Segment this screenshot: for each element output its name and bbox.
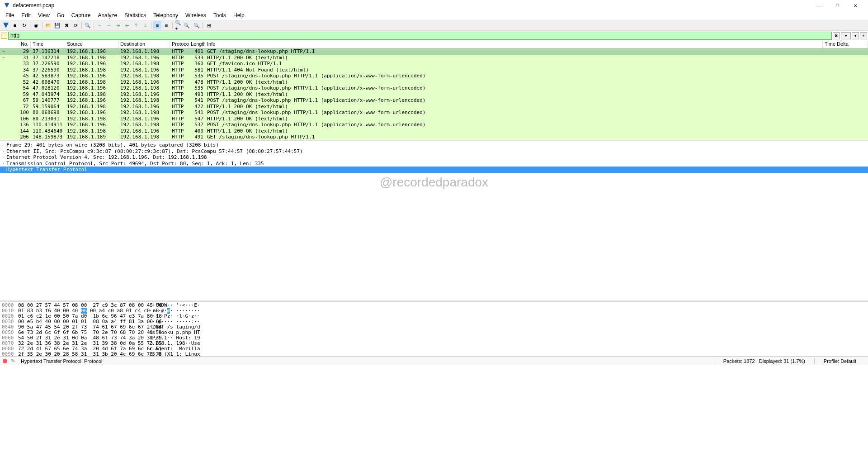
zoom-in-icon[interactable]: 🔍+	[175, 21, 183, 29]
menu-file[interactable]: File	[2, 11, 18, 19]
clear-filter-button[interactable]: ✖	[833, 32, 840, 39]
zoom-reset-icon[interactable]: 🔍	[193, 21, 201, 29]
close-file-icon[interactable]: ✖	[62, 21, 71, 29]
filter-bar: ✖ ▾ ▾ +	[0, 31, 868, 41]
col-header-length[interactable]: Length	[189, 41, 205, 48]
col-header-time[interactable]: Time	[31, 41, 65, 48]
packet-row[interactable]: 5447.028120192.168.1.196192.168.1.198HTT…	[0, 85, 868, 91]
detail-row[interactable]: ›Hypertext Transfer Protocol	[0, 167, 868, 173]
zoom-out-icon[interactable]: 🔍-	[184, 21, 192, 29]
packet-list-body[interactable]: →2937.136314192.168.1.196192.168.1.198HT…	[0, 48, 868, 141]
packet-row[interactable]: 4542.583873192.168.1.196192.168.1.198HTT…	[0, 73, 868, 79]
expert-info-icon[interactable]	[3, 359, 7, 363]
titlebar: defacement.pcap — ☐ ✕	[0, 0, 868, 11]
packet-row[interactable]: 10680.213031192.168.1.198192.168.1.196HT…	[0, 116, 868, 122]
packet-row[interactable]: 3337.226590192.168.1.196192.168.1.198HTT…	[0, 61, 868, 67]
detail-row[interactable]: ›Internet Protocol Version 4, Src: 192.1…	[0, 154, 868, 161]
prev-icon[interactable]: ←	[96, 21, 104, 29]
packet-row[interactable]: 7259.159064192.168.1.198192.168.1.196HTT…	[0, 104, 868, 110]
hex-row[interactable]: 00902f 35 2e 30 20 28 58 31 31 3b 20 4c …	[2, 352, 866, 356]
menu-statistics[interactable]: Statistics	[121, 11, 150, 19]
toolbar: ■ ↻ ◉ 📂 💾 ✖ ⟳ 🔍 ← → ⇥ ⇤ ⇑ ⇓ ≡ ≡ 🔍+ 🔍- 🔍 …	[0, 20, 868, 31]
detail-row[interactable]: ›Ethernet II, Src: PcsCompu_c9:3c:87 (08…	[0, 148, 868, 155]
menu-analyze[interactable]: Analyze	[94, 11, 121, 19]
jump2-icon[interactable]: ⇤	[123, 21, 131, 29]
reload-icon[interactable]: ⟳	[71, 21, 80, 29]
maximize-button[interactable]: ☐	[828, 0, 846, 11]
menu-edit[interactable]: Edit	[18, 11, 34, 19]
packet-list-header[interactable]: No. Time Source Destination Protocol Len…	[0, 41, 868, 48]
packet-row[interactable]: 6759.140777192.168.1.196192.168.1.198HTT…	[0, 97, 868, 104]
packet-row[interactable]: 144110.434640192.168.1.198192.168.1.196H…	[0, 128, 868, 134]
last-icon[interactable]: ⇓	[141, 21, 149, 29]
find-icon[interactable]: 🔍	[84, 21, 92, 29]
menu-tools[interactable]: Tools	[210, 11, 230, 19]
packet-row[interactable]: ←3137.147218192.168.1.198192.168.1.196HT…	[0, 55, 868, 61]
autoscroll-icon[interactable]: ≡	[153, 21, 161, 29]
packet-bytes-pane[interactable]: 000008 00 27 57 44 57 08 00 27 c9 3c 87 …	[0, 302, 868, 356]
filter-bookmark-icon[interactable]	[1, 33, 7, 39]
save-icon[interactable]: 💾	[53, 21, 61, 29]
menubar: FileEditViewGoCaptureAnalyzeStatisticsTe…	[0, 11, 868, 20]
detail-row[interactable]: ›Transmission Control Protocol, Src Port…	[0, 161, 868, 167]
minimize-button[interactable]: —	[810, 0, 828, 11]
packet-row[interactable]: 10080.068698192.168.1.196192.168.1.198HT…	[0, 110, 868, 116]
menu-capture[interactable]: Capture	[68, 11, 94, 19]
stop-capture-icon[interactable]: ■	[11, 21, 19, 29]
first-icon[interactable]: ⇑	[132, 21, 140, 29]
jump-icon[interactable]: ⇥	[114, 21, 122, 29]
packet-list-pane: No. Time Source Destination Protocol Len…	[0, 41, 868, 141]
filter-history-button[interactable]: ▾	[852, 32, 859, 39]
add-filter-button[interactable]: +	[860, 32, 867, 39]
edit-icon[interactable]: ✎	[11, 358, 17, 364]
wireshark-icon	[4, 2, 10, 9]
packet-row[interactable]: 3437.226590192.168.1.198192.168.1.196HTT…	[0, 67, 868, 73]
window-title: defacement.pcap	[13, 2, 810, 9]
close-button[interactable]: ✕	[846, 0, 864, 11]
display-filter-input[interactable]	[8, 32, 832, 40]
start-capture-icon[interactable]	[2, 21, 10, 29]
col-header-timedelta[interactable]: Time Delta	[823, 41, 868, 48]
detail-row[interactable]: ›Frame 29: 401 bytes on wire (3208 bits)…	[0, 142, 868, 148]
next-icon[interactable]: →	[105, 21, 113, 29]
options-icon[interactable]: ◉	[32, 21, 40, 29]
packet-details-pane[interactable]: ›Frame 29: 401 bytes on wire (3208 bits)…	[0, 141, 868, 302]
restart-capture-icon[interactable]: ↻	[20, 21, 28, 29]
watermark: @recordedparadox	[380, 175, 488, 190]
packet-row[interactable]: 5242.608470192.168.1.198192.168.1.196HTT…	[0, 79, 868, 86]
packet-row[interactable]: 5947.043974192.168.1.198192.168.1.196HTT…	[0, 91, 868, 98]
status-packets: Packets: 1872 · Displayed: 31 (1.7%)	[714, 358, 814, 364]
statusbar: ✎ Hypertext Transfer Protocol: Protocol …	[0, 356, 868, 365]
resize-cols-icon[interactable]: ⊞	[205, 21, 213, 29]
packet-row[interactable]: 206148.159873192.168.1.189192.168.1.198H…	[0, 134, 868, 140]
packet-row[interactable]: →2937.136314192.168.1.196192.168.1.198HT…	[0, 48, 868, 55]
menu-wireless[interactable]: Wireless	[182, 11, 210, 19]
packet-row[interactable]: 136110.414911192.168.1.196192.168.1.198H…	[0, 122, 868, 128]
col-header-destination[interactable]: Destination	[118, 41, 170, 48]
col-header-source[interactable]: Source	[65, 41, 118, 48]
col-header-no[interactable]: No.	[7, 41, 31, 48]
col-header-protocol[interactable]: Protocol	[170, 41, 189, 48]
menu-view[interactable]: View	[34, 11, 53, 19]
menu-go[interactable]: Go	[53, 11, 68, 19]
col-header-info[interactable]: Info	[205, 41, 823, 48]
status-left: Hypertext Transfer Protocol: Protocol	[21, 358, 714, 364]
menu-help[interactable]: Help	[230, 11, 248, 19]
apply-filter-button[interactable]: ▾	[841, 32, 851, 39]
status-profile[interactable]: Profile: Default	[814, 358, 865, 364]
open-icon[interactable]: 📂	[44, 21, 52, 29]
colorize-icon[interactable]: ≡	[162, 21, 170, 29]
menu-telephony[interactable]: Telephony	[150, 11, 182, 19]
